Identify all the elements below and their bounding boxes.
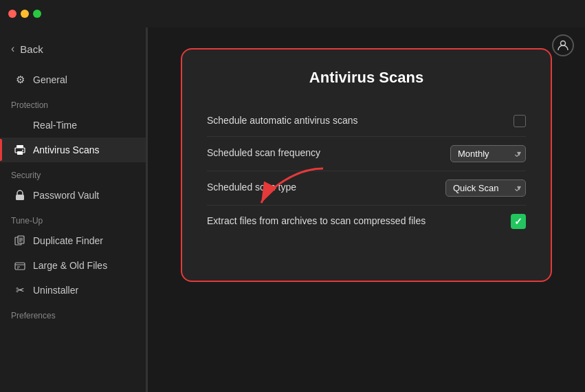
- sidebar-item-real-time-label: Real-Time: [33, 120, 77, 131]
- main-layout: ‹ Back ⚙ General Protection Real-Time: [0, 28, 585, 392]
- sidebar-item-duplicate-finder[interactable]: Duplicate Finder: [0, 228, 148, 253]
- setting-row-schedule-auto: Schedule automatic antivirus scans: [207, 106, 526, 137]
- content-area: Antivirus Scans Schedule automatic antiv…: [148, 28, 585, 392]
- back-chevron-icon: ‹: [11, 43, 14, 55]
- gear-icon: ⚙: [14, 74, 26, 86]
- setting-row-scan-frequency: Scheduled scan frequency Monthly Daily W…: [207, 137, 526, 171]
- svg-point-5: [19, 197, 21, 199]
- uninstaller-icon: ✂: [14, 284, 26, 296]
- user-account-button[interactable]: [552, 34, 574, 56]
- schedule-auto-label: Schedule automatic antivirus scans: [207, 114, 357, 128]
- sidebar-item-antivirus-scans[interactable]: Antivirus Scans: [0, 138, 148, 162]
- large-old-files-icon: [14, 259, 26, 272]
- sidebar-item-uninstaller[interactable]: ✂ Uninstaller: [0, 278, 148, 303]
- sidebar-item-real-time[interactable]: Real-Time: [0, 113, 148, 138]
- svg-rect-11: [15, 263, 25, 270]
- setting-row-scan-type: Scheduled scan type Quick Scan Full Scan…: [207, 171, 526, 206]
- scan-frequency-label: Scheduled scan frequency: [207, 146, 320, 160]
- svg-rect-0: [16, 145, 23, 148]
- scan-frequency-select-wrapper: Monthly Daily Weekly ▾: [450, 145, 526, 162]
- traffic-lights: [8, 10, 41, 18]
- sidebar-item-large-old-files[interactable]: Large & Old Files: [0, 253, 148, 278]
- sidebar-item-antivirus-label: Antivirus Scans: [33, 144, 99, 155]
- sidebar-item-duplicate-finder-label: Duplicate Finder: [33, 235, 103, 246]
- titlebar: [0, 0, 585, 28]
- section-label-preferences: Preferences: [0, 303, 148, 323]
- duplicate-finder-icon: [14, 235, 26, 247]
- svg-point-3: [22, 150, 23, 151]
- scan-type-select-wrapper: Quick Scan Full Scan Custom Scan ▾: [445, 179, 526, 197]
- password-vault-icon: [14, 189, 26, 202]
- printer-icon: [14, 144, 26, 156]
- section-label-tuneup: Tune-Up: [0, 208, 148, 228]
- section-label-security: Security: [0, 162, 148, 183]
- section-label-protection: Protection: [0, 92, 148, 113]
- scan-frequency-select[interactable]: Monthly Daily Weekly: [450, 145, 526, 162]
- extract-archives-label: Extract files from archives to scan comp…: [207, 215, 426, 228]
- sidebar-item-password-vault[interactable]: Password Vault: [0, 183, 148, 208]
- schedule-auto-checkbox[interactable]: [514, 115, 526, 127]
- real-time-icon: [14, 119, 26, 131]
- back-label: Back: [20, 43, 43, 55]
- antivirus-scans-panel: Antivirus Scans Schedule automatic antiv…: [181, 48, 552, 282]
- sidebar: ‹ Back ⚙ General Protection Real-Time: [0, 28, 148, 392]
- setting-row-extract-archives: Extract files from archives to scan comp…: [207, 206, 526, 237]
- svg-rect-2: [17, 151, 23, 155]
- scan-type-select[interactable]: Quick Scan Full Scan Custom Scan: [445, 179, 526, 197]
- panel-title: Antivirus Scans: [207, 69, 526, 87]
- scan-type-label: Scheduled scan type: [207, 181, 296, 195]
- sidebar-item-large-old-files-label: Large & Old Files: [33, 260, 107, 271]
- close-button[interactable]: [8, 10, 16, 18]
- back-button[interactable]: ‹ Back: [0, 36, 148, 62]
- maximize-button[interactable]: [33, 10, 41, 18]
- sidebar-item-uninstaller-label: Uninstaller: [33, 285, 78, 296]
- minimize-button[interactable]: [21, 10, 29, 18]
- sidebar-item-general[interactable]: ⚙ General: [0, 67, 148, 92]
- extract-archives-checkbox[interactable]: [511, 214, 526, 229]
- sidebar-item-password-vault-label: Password Vault: [33, 190, 99, 201]
- sidebar-item-general-label: General: [33, 74, 67, 85]
